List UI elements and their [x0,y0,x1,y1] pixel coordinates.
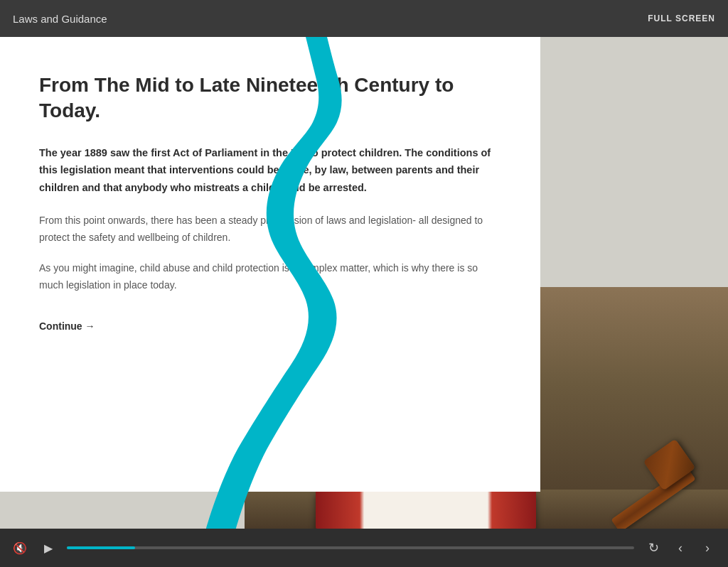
refresh-icon: ↻ [648,540,659,556]
top-bar: Laws and Guidance FULL SCREEN [0,0,728,37]
main-content-area: From The Mid to Late Nineteenth Century … [0,37,728,529]
paragraph-2: As you might imagine, child abuse and ch… [39,260,501,294]
continue-button[interactable]: Continue → [39,320,95,332]
mute-icon: 🔇 [13,541,27,555]
page-heading: From The Mid to Late Nineteenth Century … [39,72,501,124]
right-controls: ↻ ‹ › [643,537,718,558]
intro-paragraph: The year 1889 saw the first Act of Parli… [39,144,501,197]
progress-bar-fill [67,546,135,549]
chevron-right-icon: › [705,541,710,556]
fullscreen-button[interactable]: FULL SCREEN [648,14,715,23]
chevron-left-icon: ‹ [678,541,682,556]
bottom-control-bar: 🔇 ▶ ↻ ‹ › [0,529,728,567]
refresh-button[interactable]: ↻ [643,537,664,558]
previous-button[interactable]: ‹ [670,537,691,558]
play-icon: ▶ [44,541,53,555]
paragraph-1: From this point onwards, there has been … [39,212,501,247]
content-panel: From The Mid to Late Nineteenth Century … [0,37,540,492]
mute-button[interactable]: 🔇 [10,538,30,558]
app-title: Laws and Guidance [13,13,107,25]
next-button[interactable]: › [697,537,718,558]
play-button[interactable]: ▶ [38,538,58,558]
progress-bar-container[interactable] [67,546,634,549]
book-4 [316,490,536,529]
